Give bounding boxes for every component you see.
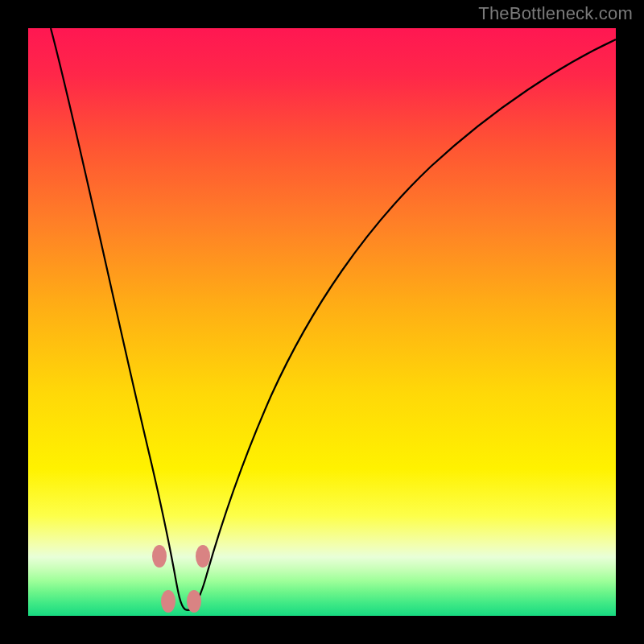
gradient-background	[28, 28, 616, 616]
chart-frame: TheBottleneck.com	[0, 0, 644, 644]
svg-rect-0	[28, 28, 616, 616]
bottleneck-curve	[28, 28, 616, 616]
curve-marker	[161, 590, 175, 613]
plot-area	[28, 28, 616, 616]
curve-marker	[196, 545, 210, 568]
curve-marker	[187, 590, 201, 613]
watermark-text: TheBottleneck.com	[478, 3, 633, 24]
curve-marker	[152, 545, 167, 568]
